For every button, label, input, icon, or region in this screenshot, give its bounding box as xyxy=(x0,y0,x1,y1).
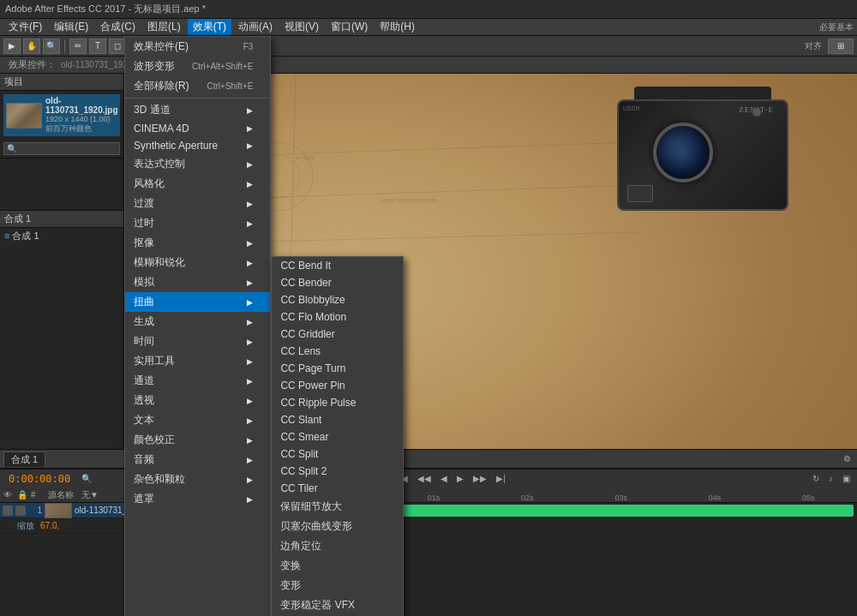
sub-cc-power-pin[interactable]: CC Power Pin xyxy=(272,377,403,394)
comp-icon: ≡ xyxy=(4,230,9,241)
mark-2: 02s xyxy=(481,493,574,502)
tl-last[interactable]: ▶| xyxy=(493,474,509,483)
menu-distort[interactable]: 扭曲 ▶ xyxy=(125,292,270,312)
sub-cc-smear[interactable]: CC Smear xyxy=(272,428,403,446)
comp-label: 合成 1 xyxy=(4,212,31,225)
project-item-footage[interactable]: old-1130731_1920.jpg 1920 x 1440 (1.00) … xyxy=(3,94,120,136)
tool-text[interactable]: T xyxy=(89,39,106,54)
camera-dial xyxy=(752,108,761,117)
name-col: 源名称 xyxy=(48,489,74,501)
tl-search[interactable]: 🔍 xyxy=(78,474,95,483)
menu-3d-channel[interactable]: 3D 通道 ▶ xyxy=(125,100,270,120)
menu-channel[interactable]: 通道 ▶ xyxy=(125,371,270,391)
menu-animation[interactable]: 动画(A) xyxy=(233,19,278,35)
footage-info: old-1130731_1920.jpg 1920 x 1440 (1.00) … xyxy=(45,96,118,135)
menu-synthetic[interactable]: Synthetic Aperture ▶ xyxy=(125,137,270,154)
sub-cc-griddler[interactable]: CC Griddler xyxy=(272,326,403,343)
camera-label2: USSR xyxy=(623,105,639,111)
menu-comp[interactable]: 合成(C) xyxy=(95,19,141,35)
sub-cc-split2[interactable]: CC Split 2 xyxy=(272,463,403,480)
sub-cc-bend-it[interactable]: CC Bend It xyxy=(272,257,403,274)
tool-shape[interactable]: ◻ xyxy=(109,39,126,54)
tl-loop[interactable]: ↻ xyxy=(809,474,823,483)
snap-btn[interactable]: ⊞ xyxy=(828,39,854,54)
project-content: old-1130731_1920.jpg 1920 x 1440 (1.00) … xyxy=(0,91,123,140)
menu-file[interactable]: 文件(F) xyxy=(3,19,47,35)
tl-prev[interactable]: ◀◀ xyxy=(414,474,434,483)
sub-bezier-warp[interactable]: 贝塞尔曲线变形 xyxy=(272,517,403,536)
menu-utility[interactable]: 实用工具 ▶ xyxy=(125,351,270,371)
menu-expression[interactable]: 表达式控制 ▶ xyxy=(125,154,270,174)
search-input[interactable] xyxy=(3,142,120,155)
menu-audio[interactable]: 音频 ▶ xyxy=(125,450,270,469)
eye-col: 👁 xyxy=(3,490,14,499)
tl-audio[interactable]: ♪ xyxy=(825,474,836,483)
menu-view[interactable]: 视图(V) xyxy=(279,19,324,35)
tool-zoom[interactable]: 🔍 xyxy=(43,39,60,54)
layer-eye[interactable] xyxy=(3,505,13,516)
title-bar: Adobe After Effects CC 2017 - 无标题项目.aep … xyxy=(0,0,857,19)
menu-mask[interactable]: 遮罩 ▶ xyxy=(125,489,270,509)
tl-video[interactable]: ▣ xyxy=(839,474,854,483)
sub-preserve-enlarge[interactable]: 保留细节放大 xyxy=(272,497,403,517)
sub-cc-lens[interactable]: CC Lens xyxy=(272,343,403,360)
menu-remove-all[interactable]: 全部移除(R) Ctrl+Shift+E xyxy=(125,76,270,96)
menu-keying[interactable]: 抠像 ▶ xyxy=(125,233,270,253)
menu-layer[interactable]: 图层(L) xyxy=(142,19,186,35)
tl-settings[interactable]: ⚙ xyxy=(841,454,854,463)
sub-cc-ripple-pulse[interactable]: CC Ripple Pulse xyxy=(272,394,403,411)
camera: ZENIT-E USSR xyxy=(617,99,806,228)
menu-time[interactable]: 时间 ▶ xyxy=(125,332,270,351)
menu-text[interactable]: 文本 ▶ xyxy=(125,410,270,430)
time-display[interactable]: 0:00:00:00 xyxy=(3,473,75,485)
menu-window[interactable]: 窗口(W) xyxy=(326,19,373,35)
mark-3: 03s xyxy=(574,493,668,502)
required-label: 必要基本 xyxy=(819,21,854,33)
menu-stylize[interactable]: 风格化 ▶ xyxy=(125,174,270,194)
comp-header: 合成 1 xyxy=(0,211,123,228)
menu-generate[interactable]: 生成 ▶ xyxy=(125,312,270,332)
tl-play[interactable]: ▶ xyxy=(453,474,467,483)
sub-corner-pin[interactable]: 边角定位 xyxy=(272,536,403,556)
tool-select[interactable]: ▶ xyxy=(3,39,21,54)
effects-dropdown: 效果控件(E) F3 波形变形 Ctrl+Alt+Shift+E 全部移除(R)… xyxy=(124,36,271,616)
menu-effects[interactable]: 效果(T) xyxy=(188,19,231,35)
comp-item-1[interactable]: ≡ 合成 1 xyxy=(0,228,123,244)
menu-help[interactable]: 帮助(H) xyxy=(375,19,420,35)
sub-cc-slant[interactable]: CC Slant xyxy=(272,411,403,428)
footage-color: 前百万种颜色 xyxy=(45,123,118,135)
project-label: 项目 xyxy=(4,75,23,88)
menu-cinema4d[interactable]: CINEMA 4D ▶ xyxy=(125,120,270,137)
comp-tab[interactable]: 合成 1 xyxy=(3,452,45,467)
sub-warp[interactable]: 变形 xyxy=(272,576,403,595)
sub-cc-page-turn[interactable]: CC Page Turn xyxy=(272,360,403,377)
layer-lock[interactable] xyxy=(15,505,26,516)
sub-cc-blobbylize[interactable]: CC Blobbylize xyxy=(272,291,403,308)
tool-hand[interactable]: ✋ xyxy=(23,39,40,54)
lock-col: 🔒 xyxy=(17,490,27,499)
menu-obsolete[interactable]: 过时 ▶ xyxy=(125,213,270,233)
menu-effects-control[interactable]: 效果控件(E) F3 xyxy=(125,37,270,57)
sub-warp-stabilizer[interactable]: 变形稳定器 VFX xyxy=(272,595,403,615)
divider-1 xyxy=(125,98,270,99)
sub-cc-bender[interactable]: CC Bender xyxy=(272,274,403,291)
menu-color[interactable]: 颜色校正 ▶ xyxy=(125,430,270,450)
menu-bar: 文件(F) 编辑(E) 合成(C) 图层(L) 效果(T) 动画(A) 视图(V… xyxy=(0,19,857,36)
sub-cc-flo-motion[interactable]: CC Flo Motion xyxy=(272,308,403,326)
menu-blur[interactable]: 模糊和锐化 ▶ xyxy=(125,253,270,272)
menu-edit[interactable]: 编辑(E) xyxy=(49,19,93,35)
menu-perspective[interactable]: 透视 ▶ xyxy=(125,391,270,410)
menu-transition[interactable]: 过渡 ▶ xyxy=(125,194,270,213)
sub-cc-split[interactable]: CC Split xyxy=(272,446,403,463)
menu-wave-warp[interactable]: 波形变形 Ctrl+Alt+Shift+E xyxy=(125,57,270,76)
tl-forward[interactable]: ▶▶ xyxy=(470,474,490,483)
mark-4: 04s xyxy=(668,493,761,502)
menu-simulate[interactable]: 模拟 ▶ xyxy=(125,272,270,292)
sub-transform[interactable]: 变换 xyxy=(272,556,403,576)
footage-name: old-1130731_1920.jpg xyxy=(45,96,118,115)
sub-cc-tiler[interactable]: CC Tiler xyxy=(272,480,403,497)
menu-noise[interactable]: 杂色和颗粒 ▶ xyxy=(125,469,270,489)
tl-back[interactable]: ◀ xyxy=(437,474,451,483)
distort-submenu: CC Bend It CC Bender CC Blobbylize CC Fl… xyxy=(271,256,404,616)
tool-pen[interactable]: ✏ xyxy=(69,39,87,54)
